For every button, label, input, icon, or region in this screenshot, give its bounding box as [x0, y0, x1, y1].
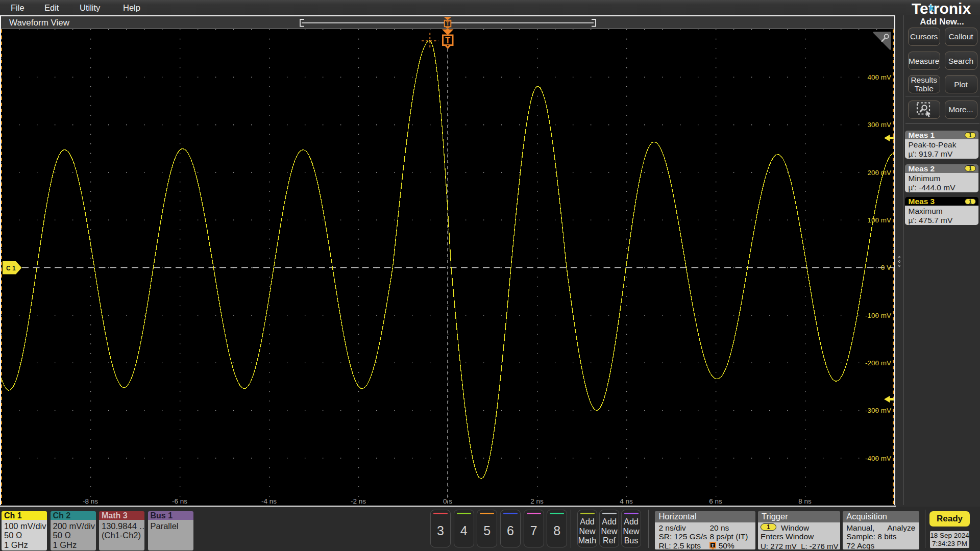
svg-text:-6 ns: -6 ns — [172, 497, 187, 505]
svg-text:T: T — [445, 36, 450, 44]
svg-text:0 s: 0 s — [443, 497, 452, 505]
svg-text:8 ns: 8 ns — [798, 497, 812, 505]
svg-text:2 ns: 2 ns — [530, 497, 544, 505]
svg-text:-8 ns: -8 ns — [83, 497, 98, 505]
svg-text:-100 mV: -100 mV — [865, 311, 891, 319]
svg-text:-4 ns: -4 ns — [261, 497, 277, 505]
svg-text:T: T — [446, 20, 450, 27]
svg-text:-200 mV: -200 mV — [865, 359, 891, 366]
svg-text:200 mV: 200 mV — [867, 168, 891, 176]
svg-text:4 ns: 4 ns — [620, 497, 633, 505]
svg-text:T: T — [712, 543, 715, 548]
svg-text:300 mV: 300 mV — [867, 121, 891, 129]
svg-text:6 ns: 6 ns — [709, 497, 722, 505]
svg-text:0 V: 0 V — [881, 264, 891, 271]
svg-text:400 mV: 400 mV — [867, 73, 891, 81]
svg-text:100 mV: 100 mV — [867, 216, 891, 223]
svg-text:C 1: C 1 — [6, 264, 16, 271]
svg-text:-300 mV: -300 mV — [865, 407, 891, 414]
svg-text:-400 mV: -400 mV — [865, 454, 891, 462]
svg-text:-2 ns: -2 ns — [351, 497, 366, 505]
